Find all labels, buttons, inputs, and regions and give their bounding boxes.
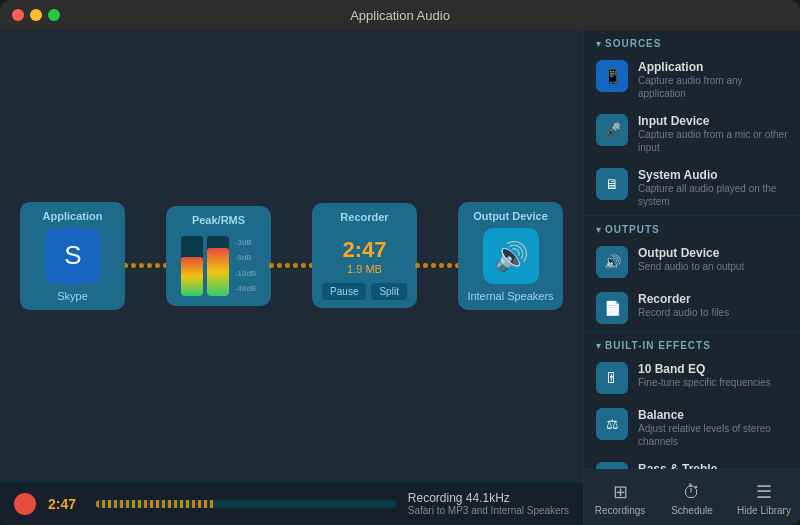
svg-text:🔊: 🔊 bbox=[604, 254, 622, 271]
bass-treble-icon: 🎛 bbox=[596, 462, 628, 469]
balance-item-text: Balance Adjust relative levels of stereo… bbox=[638, 408, 788, 448]
eq-item-text: 10 Band EQ Fine-tune specific frequencie… bbox=[638, 362, 771, 389]
bottom-status-line1: Recording 44.1kHz bbox=[408, 491, 510, 505]
peakrms-block[interactable]: Peak/RMS -3dB -9dB -18dB -48dB bbox=[166, 206, 271, 306]
sidebar-item-recorder[interactable]: 📄 Recorder Record audio to files bbox=[584, 285, 800, 331]
window-controls[interactable] bbox=[12, 9, 60, 21]
sidebar-item-input-device[interactable]: 🎤 Input Device Capture audio from a mic … bbox=[584, 107, 800, 161]
recorder-block-title: Recorder bbox=[340, 211, 388, 223]
svg-text:🔊: 🔊 bbox=[493, 240, 528, 273]
input-device-item-text: Input Device Capture audio from a mic or… bbox=[638, 114, 788, 154]
recorder-size: 1.9 MB bbox=[347, 263, 382, 275]
recorder-block-wrapper: Recorder 2:47 1.9 MB Pause Split bbox=[312, 203, 417, 308]
system-audio-icon: 🖥 bbox=[596, 168, 628, 200]
sources-chevron: ▾ bbox=[596, 38, 601, 49]
application-block-icon: S bbox=[45, 228, 101, 284]
schedule-tab[interactable]: ⏱ Schedule bbox=[656, 470, 728, 525]
bottom-bar: 2:47 Recording 44.1kHz Safari to MP3 and… bbox=[0, 481, 583, 525]
schedule-label: Schedule bbox=[671, 505, 713, 516]
input-device-icon: 🎤 bbox=[596, 114, 628, 146]
sidebar-scroll: ▾ SOURCES 📱 Application Capture audio fr… bbox=[584, 30, 800, 469]
svg-text:🖥: 🖥 bbox=[605, 176, 619, 192]
sidebar-item-output-device[interactable]: 🔊 Output Device Send audio to an output bbox=[584, 239, 800, 285]
sidebar-item-application[interactable]: 📱 Application Capture audio from any app… bbox=[584, 53, 800, 107]
vu-bar-right bbox=[207, 236, 229, 296]
output-block-wrapper: Output Device 🔊 Internal Speakers bbox=[458, 202, 563, 310]
svg-text:📄: 📄 bbox=[604, 300, 622, 317]
blocks-container: Application S Skype bbox=[0, 30, 583, 481]
title-bar: Application Audio bbox=[0, 0, 800, 30]
application-item-name: Application bbox=[638, 60, 788, 74]
application-block-subtitle: Skype bbox=[57, 290, 88, 302]
application-icon: 📱 bbox=[596, 60, 628, 92]
svg-text:S: S bbox=[64, 240, 81, 270]
peakrms-block-title: Peak/RMS bbox=[192, 214, 245, 226]
hide-library-label: Hide Library bbox=[737, 505, 791, 516]
output-block-subtitle: Internal Speakers bbox=[467, 290, 553, 302]
maximize-button[interactable] bbox=[48, 9, 60, 21]
connector-1 bbox=[123, 263, 168, 268]
effects-section-title: BUILT-IN EFFECTS bbox=[605, 340, 711, 351]
minimize-button[interactable] bbox=[30, 9, 42, 21]
effects-section-header: ▾ BUILT-IN EFFECTS bbox=[584, 332, 800, 355]
input-device-item-desc: Capture audio from a mic or other input bbox=[638, 128, 788, 154]
effects-chevron: ▾ bbox=[596, 340, 601, 351]
output-block[interactable]: Output Device 🔊 Internal Speakers bbox=[458, 202, 563, 310]
application-block-title: Application bbox=[43, 210, 103, 222]
peakrms-block-wrapper: Peak/RMS -3dB -9dB -18dB -48dB bbox=[166, 206, 271, 306]
outputs-chevron: ▾ bbox=[596, 224, 601, 235]
right-sidebar: ▾ SOURCES 📱 Application Capture audio fr… bbox=[583, 30, 800, 525]
record-button[interactable] bbox=[14, 493, 36, 515]
outputs-section-header: ▾ OUTPUTS bbox=[584, 216, 800, 239]
recorder-buttons: Pause Split bbox=[322, 283, 407, 300]
vu-meter: -3dB -9dB -18dB -48dB bbox=[181, 236, 256, 296]
bass-treble-item-text: Bass & Treble Adjust bass and treble bbox=[638, 462, 737, 469]
application-block-wrapper: Application S Skype bbox=[20, 202, 125, 310]
system-audio-item-desc: Capture all audio played on the system bbox=[638, 182, 788, 208]
recorder-item-name: Recorder bbox=[638, 292, 729, 306]
close-button[interactable] bbox=[12, 9, 24, 21]
hide-library-tab[interactable]: ☰ Hide Library bbox=[728, 470, 800, 525]
bass-treble-item-name: Bass & Treble bbox=[638, 462, 737, 469]
sidebar-item-system-audio[interactable]: 🖥 System Audio Capture all audio played … bbox=[584, 161, 800, 215]
schedule-icon: ⏱ bbox=[683, 482, 701, 503]
recorder-item-desc: Record audio to files bbox=[638, 306, 729, 319]
canvas-area: Application S Skype bbox=[0, 30, 583, 525]
sidebar-item-balance[interactable]: ⚖ Balance Adjust relative levels of ster… bbox=[584, 401, 800, 455]
sidebar-item-bass-treble[interactable]: 🎛 Bass & Treble Adjust bass and treble bbox=[584, 455, 800, 469]
balance-item-desc: Adjust relative levels of stereo channel… bbox=[638, 422, 788, 448]
main-layout: Application S Skype bbox=[0, 30, 800, 525]
connector-3 bbox=[415, 263, 460, 268]
vu-labels: -3dB -9dB -18dB -48dB bbox=[235, 236, 256, 296]
svg-text:📱: 📱 bbox=[604, 68, 622, 85]
output-block-icon: 🔊 bbox=[483, 228, 539, 284]
eq-item-name: 10 Band EQ bbox=[638, 362, 771, 376]
svg-text:🎚: 🎚 bbox=[605, 370, 619, 386]
sources-section-title: SOURCES bbox=[605, 38, 661, 49]
eq-item-desc: Fine-tune specific frequencies bbox=[638, 376, 771, 389]
application-item-desc: Capture audio from any application bbox=[638, 74, 788, 100]
output-device-item-text: Output Device Send audio to an output bbox=[638, 246, 744, 273]
application-block[interactable]: Application S Skype bbox=[20, 202, 125, 310]
progress-fill bbox=[96, 500, 216, 508]
output-block-title: Output Device bbox=[473, 210, 548, 222]
bottom-time: 2:47 bbox=[48, 496, 84, 512]
window-title: Application Audio bbox=[350, 8, 450, 23]
split-button[interactable]: Split bbox=[371, 283, 406, 300]
progress-track[interactable] bbox=[96, 500, 396, 508]
balance-item-name: Balance bbox=[638, 408, 788, 422]
bottom-tabs: ⊞ Recordings ⏱ Schedule ☰ Hide Library bbox=[584, 469, 800, 525]
outputs-section-title: OUTPUTS bbox=[605, 224, 660, 235]
bottom-status-line2: Safari to MP3 and Internal Speakers bbox=[408, 505, 569, 516]
recordings-icon: ⊞ bbox=[613, 481, 628, 503]
system-audio-item-text: System Audio Capture all audio played on… bbox=[638, 168, 788, 208]
balance-icon: ⚖ bbox=[596, 408, 628, 440]
output-device-item-name: Output Device bbox=[638, 246, 744, 260]
recordings-tab[interactable]: ⊞ Recordings bbox=[584, 470, 656, 525]
output-device-item-desc: Send audio to an output bbox=[638, 260, 744, 273]
application-item-text: Application Capture audio from any appli… bbox=[638, 60, 788, 100]
sidebar-item-eq[interactable]: 🎚 10 Band EQ Fine-tune specific frequenc… bbox=[584, 355, 800, 401]
svg-text:⚖: ⚖ bbox=[606, 416, 619, 432]
pause-button[interactable]: Pause bbox=[322, 283, 366, 300]
recorder-block[interactable]: Recorder 2:47 1.9 MB Pause Split bbox=[312, 203, 417, 308]
